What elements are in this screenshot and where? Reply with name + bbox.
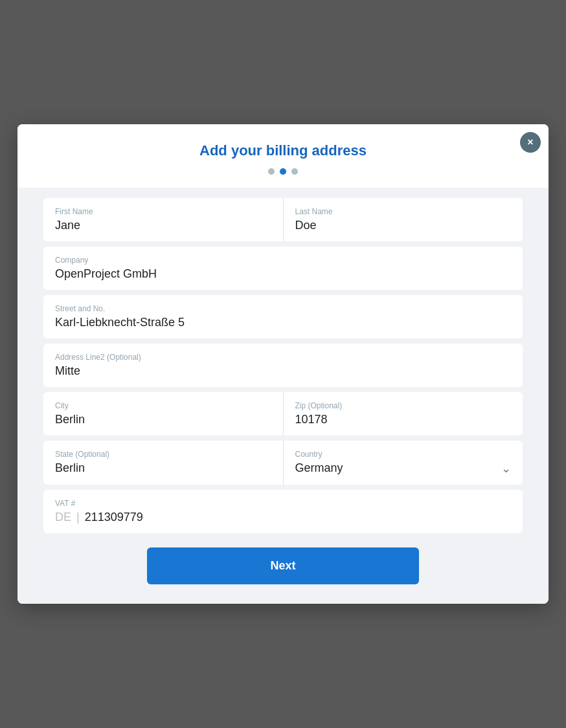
next-button[interactable]: Next [147, 547, 419, 584]
vat-number: 211309779 [85, 511, 143, 524]
close-icon: × [527, 137, 533, 148]
country-field[interactable]: Country Germany ⌄ [284, 441, 523, 485]
address2-section: Address Line2 (Optional) Mitte [43, 344, 523, 387]
street-field[interactable]: Street and No. Karl-Liebknecht-Straße 5 [43, 295, 523, 338]
vat-prefix: DE [55, 511, 71, 524]
vat-label: VAT # [55, 499, 511, 508]
name-section: First Name Jane Last Name Doe [43, 198, 523, 241]
company-section: Company OpenProject GmbH [43, 247, 523, 290]
modal-overlay: × Add your billing address First Name Ja… [0, 0, 566, 728]
country-label: Country [295, 450, 343, 459]
vat-separator: | [76, 511, 80, 524]
close-button[interactable]: × [520, 132, 541, 153]
modal-body: First Name Jane Last Name Doe Company Op… [17, 188, 549, 604]
street-row: Street and No. Karl-Liebknecht-Straße 5 [43, 295, 523, 338]
chevron-down-icon: ⌄ [501, 461, 511, 476]
address2-row: Address Line2 (Optional) Mitte [43, 344, 523, 387]
country-value: Germany [295, 461, 343, 475]
first-name-field[interactable]: First Name Jane [43, 198, 284, 241]
first-name-label: First Name [55, 207, 271, 216]
last-name-field[interactable]: Last Name Doe [284, 198, 523, 241]
modal-header: Add your billing address [17, 124, 549, 188]
zip-value: 10178 [295, 413, 512, 426]
city-zip-section: City Berlin Zip (Optional) 10178 [43, 392, 523, 436]
vat-value-container: DE | 211309779 [55, 511, 511, 524]
city-zip-row: City Berlin Zip (Optional) 10178 [43, 392, 523, 436]
state-country-row: State (Optional) Berlin Country Germany … [43, 441, 523, 485]
address2-value: Mitte [55, 364, 511, 378]
company-field[interactable]: Company OpenProject GmbH [43, 247, 523, 290]
state-country-section: State (Optional) Berlin Country Germany … [43, 441, 523, 485]
step-dot-1 [268, 168, 275, 175]
first-name-value: Jane [55, 219, 271, 232]
street-value: Karl-Liebknecht-Straße 5 [55, 316, 511, 329]
step-indicator [43, 168, 523, 175]
state-value: Berlin [55, 461, 271, 475]
address2-field[interactable]: Address Line2 (Optional) Mitte [43, 344, 523, 387]
state-label: State (Optional) [55, 450, 271, 459]
step-dot-3 [291, 168, 298, 175]
company-label: Company [55, 256, 511, 265]
street-section: Street and No. Karl-Liebknecht-Straße 5 [43, 295, 523, 338]
street-label: Street and No. [55, 304, 511, 313]
city-value: Berlin [55, 413, 271, 426]
state-field[interactable]: State (Optional) Berlin [43, 441, 284, 485]
billing-address-modal: × Add your billing address First Name Ja… [17, 124, 549, 604]
name-row: First Name Jane Last Name Doe [43, 198, 523, 241]
vat-field[interactable]: VAT # DE | 211309779 [43, 490, 523, 533]
zip-field[interactable]: Zip (Optional) 10178 [284, 392, 523, 436]
modal-title: Add your billing address [43, 142, 523, 159]
zip-label: Zip (Optional) [295, 401, 512, 410]
vat-section: VAT # DE | 211309779 [43, 490, 523, 533]
step-dot-2 [280, 168, 286, 175]
city-field[interactable]: City Berlin [43, 392, 284, 436]
last-name-label: Last Name [295, 207, 512, 216]
address2-label: Address Line2 (Optional) [55, 353, 511, 362]
city-label: City [55, 401, 271, 410]
vat-row: VAT # DE | 211309779 [43, 490, 523, 533]
company-row: Company OpenProject GmbH [43, 247, 523, 290]
last-name-value: Doe [295, 219, 512, 232]
company-value: OpenProject GmbH [55, 267, 511, 281]
